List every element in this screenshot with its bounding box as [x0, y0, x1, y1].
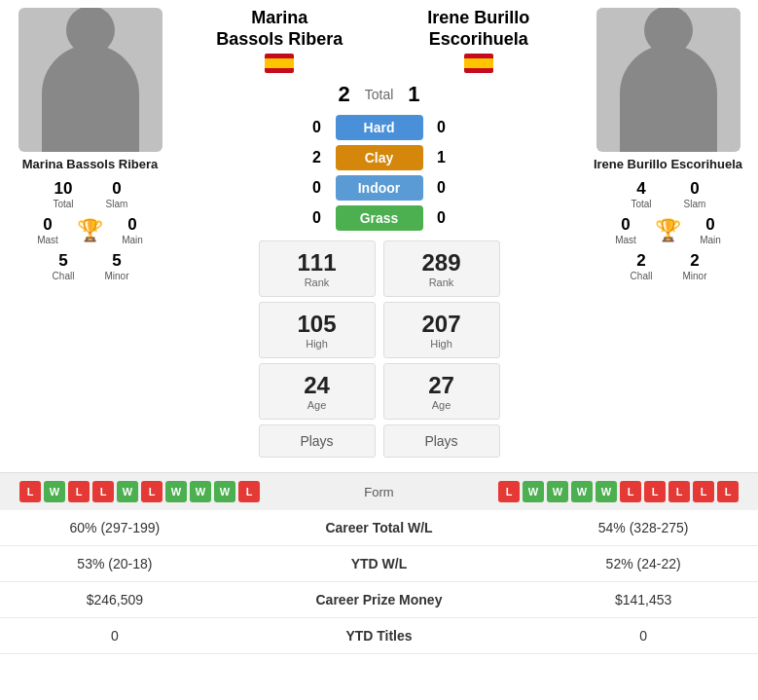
form-badge-l: L [238, 481, 260, 502]
form-badge-l: L [620, 481, 641, 502]
form-badge-w: W [571, 481, 593, 502]
player2-form: LWWWWLLLLL [413, 481, 749, 502]
player1-name: Marina Bassols Ribera [22, 157, 158, 171]
form-badge-w: W [117, 481, 138, 502]
player1-slam: 0 Slam [92, 179, 141, 209]
clay-button[interactable]: Clay [336, 145, 423, 170]
p1-prize: $246,509 [0, 582, 230, 618]
player2-age-block: 27 Age [383, 363, 500, 420]
form-label: Form [350, 485, 409, 499]
player1-trophy: 🏆 [77, 218, 103, 243]
player1-flag [180, 54, 379, 77]
player1-minor: 5 Minor [92, 251, 141, 281]
player2-avatar [596, 8, 740, 152]
form-badge-w: W [214, 481, 235, 502]
player2-flag [379, 54, 579, 77]
player1-chall: 5 Chall [39, 251, 88, 281]
player2-high-block: 207 High [383, 302, 500, 358]
player2-rank-block: 289 Rank [383, 240, 500, 297]
total-row: 2 Total 1 [338, 82, 419, 107]
form-badge-w: W [547, 481, 568, 502]
player1-header-name: MarinaBassols Ribera [180, 8, 379, 50]
form-badge-l: L [644, 481, 666, 502]
form-badge-l: L [693, 481, 714, 502]
form-badge-w: W [44, 481, 65, 502]
p2-prize: $141,453 [528, 582, 758, 618]
player1-rank-block: 111 Rank [259, 240, 376, 297]
form-badge-l: L [68, 481, 90, 502]
ytd-wl-label: YTD W/L [230, 546, 529, 582]
player2-total: 4 Total [617, 179, 666, 209]
player1-total: 10 Total [39, 179, 88, 209]
clay-row: 2 Clay 1 [308, 145, 451, 170]
p1-ytd-titles: 0 [0, 618, 230, 654]
player2-name: Irene Burillo Escorihuela [594, 157, 742, 171]
player1-age-block: 24 Age [259, 363, 376, 420]
player1-plays-block: Plays [259, 424, 376, 458]
player1-high-block: 105 High [259, 302, 376, 358]
grass-row: 0 Grass 0 [308, 205, 451, 231]
grass-button[interactable]: Grass [336, 205, 423, 231]
player2-minor: 2 Minor [670, 251, 719, 281]
player2-header-name: Irene BurilloEscorihuela [379, 8, 579, 50]
form-badge-l: L [668, 481, 690, 502]
indoor-row: 0 Indoor 0 [308, 175, 451, 201]
player2-chall: 2 Chall [617, 251, 666, 281]
player1-section: Marina Bassols Ribera 10 Total 0 Slam 0 … [5, 8, 175, 462]
form-section: LWLLWLWWWL Form LWWWWLLLLL [0, 472, 758, 510]
p2-ytd-titles: 0 [528, 618, 758, 654]
player1-main: 0 Main [108, 215, 157, 245]
form-badge-l: L [19, 481, 41, 502]
ytd-wl-row: 53% (20-18) YTD W/L 52% (24-22) [0, 546, 758, 582]
hard-row: 0 Hard 0 [308, 115, 451, 140]
p2-total-score: 1 [408, 82, 419, 107]
form-badge-l: L [141, 481, 162, 502]
p1-total-score: 2 [338, 82, 349, 107]
player1-form: LWLLWLWWWL [10, 481, 346, 502]
player2-plays-block: Plays [383, 424, 500, 458]
form-badge-l: L [717, 481, 739, 502]
career-wl-label: Career Total W/L [230, 510, 529, 546]
p2-ytd-wl: 52% (24-22) [528, 546, 758, 582]
form-badge-w: W [523, 481, 544, 502]
ytd-titles-label: YTD Titles [230, 618, 529, 654]
player1-mast: 0 Mast [23, 215, 72, 245]
form-badge-w: W [165, 481, 187, 502]
player2-main: 0 Main [686, 215, 735, 245]
form-badge-l: L [92, 481, 114, 502]
prize-row: $246,509 Career Prize Money $141,453 [0, 582, 758, 618]
form-badge-w: W [596, 481, 617, 502]
player1-avatar [18, 8, 162, 152]
player2-mast: 0 Mast [601, 215, 650, 245]
prize-label: Career Prize Money [230, 582, 529, 618]
p1-career-wl: 60% (297-199) [0, 510, 230, 546]
ytd-titles-row: 0 YTD Titles 0 [0, 618, 758, 654]
player2-slam: 0 Slam [670, 179, 719, 209]
indoor-button[interactable]: Indoor [336, 175, 423, 201]
total-label: Total [365, 87, 394, 102]
stats-table: 60% (297-199) Career Total W/L 54% (328-… [0, 510, 758, 654]
middle-section: MarinaBassols Ribera Irene BurilloEscori… [180, 8, 578, 462]
hard-button[interactable]: Hard [336, 115, 423, 140]
form-badge-l: L [498, 481, 520, 502]
career-wl-row: 60% (297-199) Career Total W/L 54% (328-… [0, 510, 758, 546]
form-badge-w: W [190, 481, 211, 502]
p2-career-wl: 54% (328-275) [528, 510, 758, 546]
player2-trophy: 🏆 [655, 218, 681, 243]
p1-ytd-wl: 53% (20-18) [0, 546, 230, 582]
player2-section: Irene Burillo Escorihuela 4 Total 0 Slam… [583, 8, 753, 462]
